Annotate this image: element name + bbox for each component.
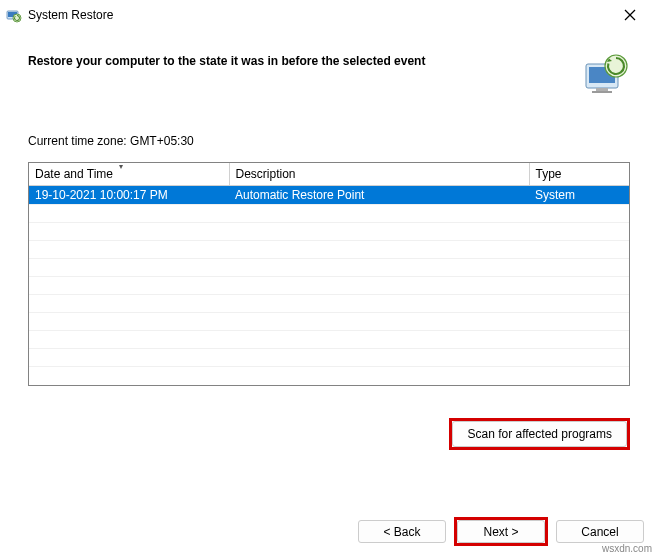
sort-indicator-icon: ▾ bbox=[119, 162, 123, 171]
system-restore-icon bbox=[6, 7, 22, 23]
table-row-empty bbox=[29, 349, 629, 367]
timezone-label: Current time zone: GMT+05:30 bbox=[28, 134, 630, 148]
table-row-empty bbox=[29, 313, 629, 331]
svg-rect-7 bbox=[596, 88, 608, 91]
cancel-button[interactable]: Cancel bbox=[556, 520, 644, 543]
restore-header-icon bbox=[582, 50, 630, 98]
column-header-date-label: Date and Time bbox=[35, 167, 113, 181]
column-header-description-label: Description bbox=[236, 167, 296, 181]
scan-button-highlight: Scan for affected programs bbox=[449, 418, 630, 450]
table-row-empty bbox=[29, 295, 629, 313]
restore-points-table: Date and Time ▾ Description Type 19-10-2… bbox=[28, 162, 630, 386]
titlebar: System Restore bbox=[0, 0, 658, 30]
column-header-type[interactable]: Type bbox=[529, 163, 629, 186]
table-row-empty bbox=[29, 241, 629, 259]
table-row-empty bbox=[29, 331, 629, 349]
watermark: wsxdn.com bbox=[602, 543, 652, 554]
next-button[interactable]: Next > bbox=[457, 520, 545, 543]
wizard-header: Restore your computer to the state it wa… bbox=[0, 30, 658, 106]
cell-description: Automatic Restore Point bbox=[229, 186, 529, 205]
table-row-empty bbox=[29, 277, 629, 295]
scan-affected-programs-button[interactable]: Scan for affected programs bbox=[452, 421, 627, 447]
cell-date: 19-10-2021 10:00:17 PM bbox=[29, 186, 229, 205]
wizard-footer: < Back Next > Cancel bbox=[358, 517, 644, 546]
next-button-highlight: Next > bbox=[454, 517, 548, 546]
table-row[interactable]: 19-10-2021 10:00:17 PM Automatic Restore… bbox=[29, 186, 629, 205]
table-row-empty bbox=[29, 259, 629, 277]
svg-rect-8 bbox=[592, 91, 612, 93]
column-header-date[interactable]: Date and Time ▾ bbox=[29, 163, 229, 186]
table-row-empty bbox=[29, 223, 629, 241]
column-header-type-label: Type bbox=[536, 167, 562, 181]
table-row-empty bbox=[29, 367, 629, 385]
header-instruction: Restore your computer to the state it wa… bbox=[28, 50, 566, 68]
window-title: System Restore bbox=[28, 8, 610, 22]
column-header-description[interactable]: Description bbox=[229, 163, 529, 186]
back-button[interactable]: < Back bbox=[358, 520, 446, 543]
table-row-empty bbox=[29, 205, 629, 223]
cell-type: System bbox=[529, 186, 629, 205]
close-button[interactable] bbox=[610, 3, 650, 27]
